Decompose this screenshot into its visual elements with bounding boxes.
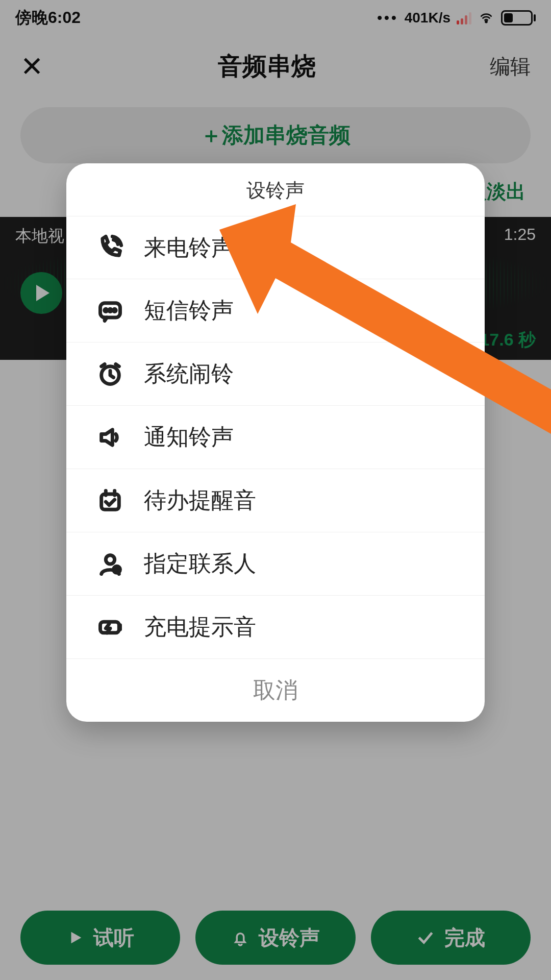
sheet-item-todo[interactable]: 待办提醒音 [66, 469, 485, 532]
sheet-item-notification[interactable]: 通知铃声 [66, 406, 485, 469]
sheet-item-label: 来电铃声 [144, 233, 234, 263]
svg-point-4 [113, 309, 116, 311]
contact-icon [97, 551, 123, 577]
sheet-item-label: 充电提示音 [144, 612, 256, 642]
ringtone-sheet: 设铃声 来电铃声 短信铃声 系统闹铃 通知铃声 待办提醒音 [66, 163, 485, 722]
sheet-item-label: 通知铃声 [144, 422, 234, 452]
todo-icon [97, 487, 123, 514]
sheet-item-label: 系统闹铃 [144, 359, 234, 389]
sheet-item-alarm[interactable]: 系统闹铃 [66, 342, 485, 406]
sheet-item-label: 指定联系人 [144, 549, 256, 579]
phone-icon [97, 234, 123, 261]
svg-point-2 [105, 309, 107, 311]
sheet-list: 来电铃声 短信铃声 系统闹铃 通知铃声 待办提醒音 指定联系人 [66, 216, 485, 659]
speaker-icon [97, 424, 123, 451]
message-icon [97, 298, 123, 324]
sheet-item-contact[interactable]: 指定联系人 [66, 532, 485, 596]
svg-point-7 [106, 555, 114, 564]
sheet-title: 设铃声 [66, 163, 485, 216]
modal-overlay[interactable]: 设铃声 来电铃声 短信铃声 系统闹铃 通知铃声 待办提醒音 [0, 0, 551, 980]
sheet-item-charging[interactable]: 充电提示音 [66, 596, 485, 659]
alarm-icon [97, 361, 123, 387]
svg-point-3 [109, 309, 111, 311]
charge-icon [97, 614, 123, 641]
sheet-item-call-ringtone[interactable]: 来电铃声 [66, 216, 485, 279]
sheet-item-label: 短信铃声 [144, 296, 234, 326]
sheet-item-label: 待办提醒音 [144, 485, 256, 516]
sheet-cancel-button[interactable]: 取消 [66, 659, 485, 722]
sheet-item-sms-ringtone[interactable]: 短信铃声 [66, 279, 485, 342]
